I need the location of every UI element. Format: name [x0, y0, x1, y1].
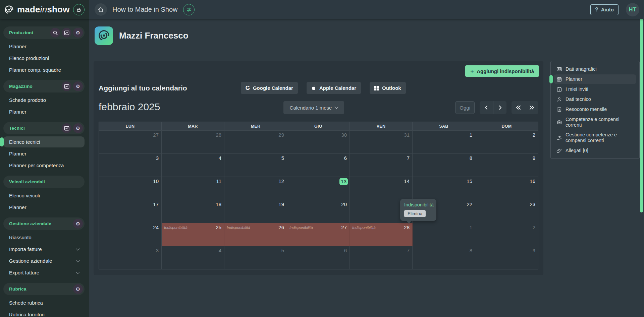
day-cell-unavailable[interactable]: Indisponibilità28 — [350, 223, 413, 246]
swap-icon[interactable] — [183, 4, 195, 15]
sidebar-item-gestione-aziendale[interactable]: Gestione aziendale — [3, 255, 85, 266]
search-icon[interactable] — [50, 28, 60, 38]
profile-header: Mazzi Francesco — [89, 19, 644, 52]
day-cell[interactable]: 20 — [287, 200, 350, 223]
sidebar-item-schede-rubrica[interactable]: Schede rubrica — [3, 297, 85, 308]
sidebar-item-planner-per-competenza[interactable]: Planner per competenza — [3, 160, 85, 171]
day-cell[interactable]: 4 — [162, 153, 224, 177]
day-cell[interactable]: 19 — [224, 200, 287, 223]
day-cell[interactable]: 7 — [350, 246, 413, 269]
weekday-label: MER — [224, 122, 287, 130]
day-cell[interactable]: 3 — [99, 153, 162, 177]
sidebar-item-elenco-tecnici[interactable]: Elenco tecnici — [3, 136, 85, 147]
unavailability-event: Indisponibilità — [227, 226, 250, 230]
apple-calendar-button[interactable]: Apple Calendar — [307, 82, 361, 94]
sidebar-item-planner-produzioni[interactable]: Planner — [3, 41, 85, 52]
section-header-produzioni: Produzioni ⚙ — [3, 26, 85, 39]
day-cell[interactable]: 6 — [287, 246, 350, 269]
user-avatar[interactable]: HT — [626, 3, 639, 16]
home-button[interactable] — [95, 3, 107, 16]
chevron-down-icon — [76, 247, 79, 250]
sidebar-scrollbar[interactable] — [640, 5, 643, 212]
google-calendar-button[interactable]: G Google Calendar — [241, 82, 298, 94]
day-cell-unavailable[interactable]: Indisponibilità25 — [162, 223, 224, 246]
day-cell[interactable]: 8 — [413, 153, 475, 177]
sidebar-item-export-fatture[interactable]: Export fatture — [3, 267, 85, 278]
day-cell[interactable]: 5 — [224, 246, 287, 269]
sidebar-item-riassunto[interactable]: Riassunto — [3, 232, 85, 243]
prev-year-button[interactable] — [512, 101, 525, 114]
day-cell[interactable]: 17 — [99, 200, 162, 223]
day-cell[interactable]: 5 — [224, 153, 287, 177]
sidebar-item-rubrica-fornitori[interactable]: Rubrica fornitori — [3, 309, 85, 317]
brand-logo[interactable]: madeinshow — [4, 4, 70, 15]
chart-icon[interactable] — [62, 123, 71, 133]
day-cell[interactable]: 24 — [99, 223, 162, 246]
day-cell[interactable]: 14 — [350, 177, 413, 200]
day-cell-unavailable[interactable]: Indisponibilità27 — [287, 223, 350, 246]
delete-event-button[interactable]: Elimina — [404, 210, 426, 217]
gear-icon[interactable]: ⚙ — [73, 219, 83, 229]
menu-item-gestione-competenze[interactable]: Gestione competenze e compensi correnti — [554, 130, 636, 145]
today-button[interactable]: Oggi — [455, 101, 475, 114]
menu-item-planner[interactable]: Planner — [554, 74, 636, 84]
sidebar-item-elenco-produzioni[interactable]: Elenco produzioni — [3, 53, 85, 64]
day-cell[interactable]: 6 — [287, 153, 350, 177]
day-cell-today[interactable]: 13 — [287, 177, 350, 200]
day-cell[interactable]: 11 — [162, 177, 224, 200]
gear-icon[interactable]: ⚙ — [73, 81, 83, 91]
day-cell[interactable]: 7 — [350, 153, 413, 177]
menu-item-allegati[interactable]: Allegati [0] — [554, 146, 636, 155]
day-cell[interactable]: 1 — [413, 130, 475, 153]
day-cell[interactable]: 3 — [99, 246, 162, 269]
day-cell[interactable]: 12 — [224, 177, 287, 200]
gear-icon[interactable]: ⚙ — [73, 123, 83, 133]
sidebar-item-planner-tecnici[interactable]: Planner — [3, 148, 85, 159]
day-cell-unavailable[interactable]: Indisponibilità26 — [224, 223, 287, 246]
day-cell[interactable]: 31 — [350, 130, 413, 153]
chart-icon[interactable] — [62, 28, 71, 38]
day-cell[interactable]: 27 — [99, 130, 162, 153]
day-cell[interactable]: 9 — [475, 153, 538, 177]
calendar-alert-icon — [556, 86, 562, 92]
lock-icon[interactable] — [73, 4, 85, 15]
gear-icon[interactable]: ⚙ — [73, 284, 83, 294]
sidebar-item-schede-prodotto[interactable]: Schede prodotto — [3, 94, 85, 106]
gear-icon[interactable]: ⚙ — [73, 28, 83, 38]
chart-icon[interactable] — [62, 81, 71, 91]
day-cell[interactable]: 9 — [475, 246, 538, 269]
menu-item-i-miei-inviti[interactable]: I miei inviti — [554, 84, 636, 94]
day-cell[interactable]: 8 — [413, 246, 475, 269]
event-tooltip: Indisponibilità Elimina — [400, 199, 436, 221]
view-select-dropdown[interactable]: Calendario 1 mese — [283, 101, 344, 114]
day-cell[interactable]: 4 — [162, 246, 224, 269]
sidebar-item-planner-magazzino[interactable]: Planner — [3, 106, 85, 117]
help-button[interactable]: ? Aiuto — [590, 4, 619, 15]
section-header-veicoli: Veicoli aziendali — [3, 176, 85, 188]
menu-item-dati-anagrafici[interactable]: Dati anagrafici — [554, 64, 636, 74]
day-cell[interactable]: 18 — [162, 200, 224, 223]
sidebar-item-planner-veicoli[interactable]: Planner — [3, 202, 85, 213]
day-cell[interactable]: 29 — [224, 130, 287, 153]
day-cell[interactable]: 2 — [475, 223, 538, 246]
prev-month-button[interactable] — [480, 101, 493, 114]
day-cell[interactable]: 2 — [475, 130, 538, 153]
outlook-button[interactable]: Outlook — [370, 82, 406, 94]
day-cell[interactable]: 10 — [99, 177, 162, 200]
sidebar-item-importa-fatture[interactable]: Importa fatture — [3, 244, 85, 255]
day-cell[interactable]: 15 — [413, 177, 475, 200]
day-cell[interactable]: 16 — [475, 177, 538, 200]
day-cell[interactable]: 1 — [413, 223, 475, 246]
day-cell[interactable]: 30 — [287, 130, 350, 153]
day-cell[interactable]: 23 — [475, 200, 538, 223]
unavailability-event: Indisponibilità — [352, 226, 376, 230]
next-month-button[interactable] — [493, 101, 506, 114]
day-cell[interactable]: 28 — [162, 130, 224, 153]
menu-item-dati-tecnico[interactable]: Dati tecnico — [554, 94, 636, 104]
sidebar-item-elenco-veicoli[interactable]: Elenco veicoli — [3, 190, 85, 201]
next-year-button[interactable] — [525, 101, 538, 114]
add-unavailability-button[interactable]: + Aggiungi indisponibilità — [465, 65, 539, 77]
menu-item-competenze-compensi[interactable]: Competenze e compensi correnti — [554, 115, 636, 130]
menu-item-resoconto-mensile[interactable]: Resoconto mensile — [554, 105, 636, 114]
sidebar-item-planner-comp-squadre[interactable]: Planner comp. squadre — [3, 64, 85, 75]
